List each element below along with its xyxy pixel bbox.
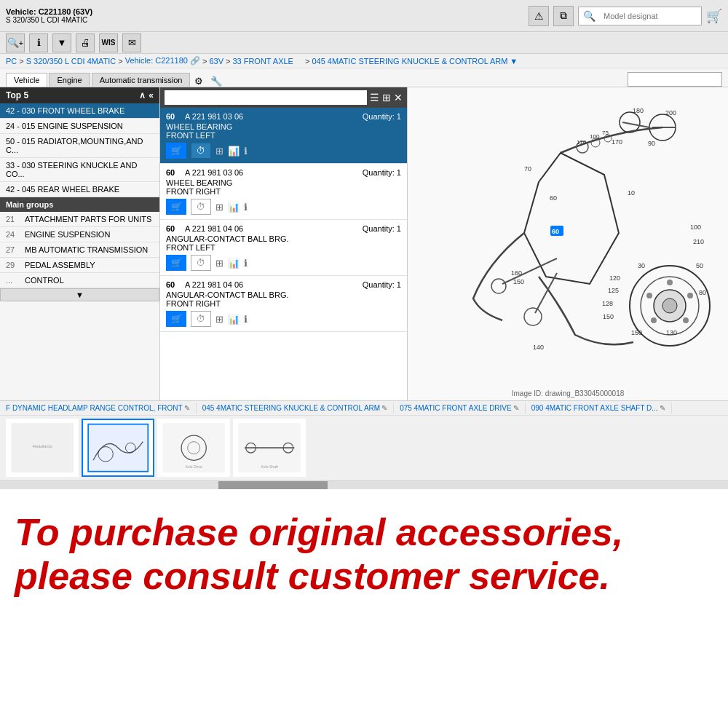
add-to-cart-button[interactable]: 🛒 [166,255,186,271]
settings-tab-icon[interactable]: ⚙ [191,76,206,87]
part-item[interactable]: 60 A 221 981 03 06 Quantity: 1 WHEEL BEA… [160,164,407,220]
svg-text:75: 75 [602,130,609,136]
edit-icon[interactable]: ✎ [513,404,519,412]
main-area: Top 5 ∧ « 42 - 030 FRONT WHEEL BRAKE24 -… [0,87,728,400]
thumbnails-bar: F DYNAMIC HEADLAMP RANGE CONTROL, FRONT✎… [0,400,728,480]
info-icon-small[interactable]: ℹ [244,314,248,325]
grid-icon-small[interactable]: ⊞ [215,202,223,213]
tab-search-input[interactable] [628,72,722,87]
parts-search-input[interactable] [165,90,367,105]
tab-engine[interactable]: Engine [49,73,90,87]
breadcrumb-frontaxle[interactable]: 33 FRONT AXLE [232,57,293,66]
thumbnail-item[interactable] [82,419,154,477]
info-icon-small[interactable]: ℹ [244,202,248,213]
sidebar-top5-item[interactable]: 24 - 015 ENGINE SUSPENSION [0,119,159,134]
tab-transmission[interactable]: Automatic transmission [92,73,191,87]
thumbnail-label[interactable]: 090 4MATIC FRONT AXLE SHAFT D...✎ [526,403,672,414]
add-to-cart-button[interactable]: 🛒 [166,199,186,215]
thumbnail-item[interactable]: Axle Drive [157,419,230,477]
thumbnail-label[interactable]: F DYNAMIC HEADLAMP RANGE CONTROL, FRONT✎ [0,403,197,414]
grid-icon[interactable]: ⊞ [382,92,391,103]
grid-icon-small[interactable]: ⊞ [215,258,223,269]
chart-icon-small[interactable]: 📊 [228,258,240,269]
filter-icon[interactable]: ▼ [52,33,71,52]
scrollbar-thumb[interactable] [218,481,328,489]
info-icon-small[interactable]: ℹ [244,146,248,157]
warning-icon[interactable]: ⚠ [529,6,549,26]
sidebar-group-item[interactable]: 24ENGINE SUSPENSION [0,227,159,242]
chart-icon-small[interactable]: 📊 [228,146,240,157]
info-icon-small[interactable]: ℹ [244,258,248,269]
tab-vehicle[interactable]: Vehicle [6,73,47,87]
svg-text:60: 60 [552,228,559,235]
copy-icon[interactable]: ⧉ [553,6,574,26]
sidebar-group-item[interactable]: ...CONTROL [0,273,159,288]
cart-icon[interactable]: 🛒 [706,8,722,24]
breadcrumb-pc[interactable]: PC [6,57,17,66]
svg-text:80: 80 [699,289,706,296]
thumbnails-labels: F DYNAMIC HEADLAMP RANGE CONTROL, FRONT✎… [0,401,728,416]
close-list-icon[interactable]: ✕ [394,92,403,103]
email-icon[interactable]: ✉ [122,33,141,52]
search-input[interactable] [599,10,701,22]
svg-text:140: 140 [533,344,544,351]
top5-label: Top 5 [6,90,28,100]
wis-icon[interactable]: WIS [99,33,118,52]
top5-collapse-icon[interactable]: ∧ [139,90,146,100]
add-to-cart-button[interactable]: 🛒 [166,311,186,327]
part-item[interactable]: 60 A 221 981 04 06 Quantity: 1 ANGULAR-C… [160,220,407,276]
sidebar-group-item[interactable]: 27MB AUTOMATIC TRANSMISSION [0,242,159,258]
vehicle-line1: Vehicle: C221180 (63V) [6,7,523,16]
svg-text:125: 125 [608,287,619,294]
thumbnail-label[interactable]: 075 4MATIC FRONT AXLE DRIVE✎ [394,403,526,414]
sidebar-group-item[interactable]: 29PEDAL ASSEMBLY [0,258,159,273]
part-item[interactable]: 60 A 221 981 04 06 Quantity: 1 ANGULAR-C… [160,276,407,332]
chart-icon-small[interactable]: 📊 [228,202,240,213]
svg-point-21 [683,317,689,323]
thumbnail-label[interactable]: 045 4MATIC STEERING KNUCKLE & CONTROL AR… [197,403,395,414]
scrollbar[interactable] [0,480,728,489]
top5-scroll-icon[interactable]: « [149,90,154,100]
edit-icon[interactable]: ✎ [660,404,665,412]
promo-line2: please consult customer service. [15,555,610,597]
breadcrumb-dropdown-icon[interactable]: ▼ [510,57,518,66]
scrollbar-track [0,481,728,489]
tabs-bar: Vehicle Engine Automatic transmission ⚙ … [0,68,728,87]
list-icon[interactable]: ☰ [370,92,379,103]
topbar: Vehicle: C221180 (63V) S 320/350 L CDI 4… [0,0,728,32]
history-button[interactable]: ⏱ [191,255,211,271]
vehicle-info: Vehicle: C221180 (63V) S 320/350 L CDI 4… [6,7,523,24]
info-icon[interactable]: ℹ [29,33,48,52]
sidebar-top5-item[interactable]: 50 - 015 RADIATOR,MOUNTING,AND C... [0,134,159,158]
breadcrumb-model[interactable]: S 320/350 L CDI 4MATIC [26,57,116,66]
sidebar-top5-item[interactable]: 42 - 045 REAR WHEEL BRAKE [0,182,159,197]
svg-text:60: 60 [550,194,557,202]
chart-icon-small[interactable]: 📊 [228,314,240,325]
sidebar-scroll-down[interactable]: ▼ [0,288,159,301]
grid-icon-small[interactable]: ⊞ [215,314,223,325]
promo-text: To purchase original accessories, please… [15,511,713,598]
sidebar-top5-item[interactable]: 42 - 030 FRONT WHEEL BRAKE [0,103,159,119]
toolbar2: 🔍+ ℹ ▼ 🖨 WIS ✉ [0,32,728,54]
add-to-cart-button[interactable]: 🛒 [166,143,186,159]
svg-text:10: 10 [628,189,635,197]
breadcrumb-63v[interactable]: 63V [209,57,223,66]
thumbnail-item[interactable]: Axle Shaft [233,419,306,477]
wrench-tab-icon[interactable]: 🔧 [207,76,225,87]
part-item[interactable]: 60 A 221 981 03 06 Quantity: 1 WHEEL BEA… [160,108,407,164]
history-button[interactable]: ⏱ [191,199,211,215]
history-button[interactable]: ⏱ [191,143,211,159]
svg-text:210: 210 [693,238,704,245]
thumbnail-item[interactable]: Headlamp [6,419,79,477]
grid-icon-small[interactable]: ⊞ [215,146,223,157]
zoom-in-icon[interactable]: 🔍+ [6,33,25,52]
search-icon[interactable]: 🔍 [579,6,599,26]
sidebar-top5-item[interactable]: 33 - 030 STEERING KNUCKLE AND CO... [0,158,159,182]
edit-icon[interactable]: ✎ [184,404,190,412]
edit-icon[interactable]: ✎ [381,404,387,412]
breadcrumb-vehicle[interactable]: Vehicle: C221180 🔗 [125,56,200,66]
sidebar-group-item[interactable]: 21ATTACHMENT PARTS FOR UNITS [0,212,159,227]
history-button[interactable]: ⏱ [191,311,211,327]
breadcrumb-sub[interactable]: 045 4MATIC STEERING KNUCKLE & CONTROL AR… [312,57,507,66]
print-icon[interactable]: 🖨 [76,33,95,52]
